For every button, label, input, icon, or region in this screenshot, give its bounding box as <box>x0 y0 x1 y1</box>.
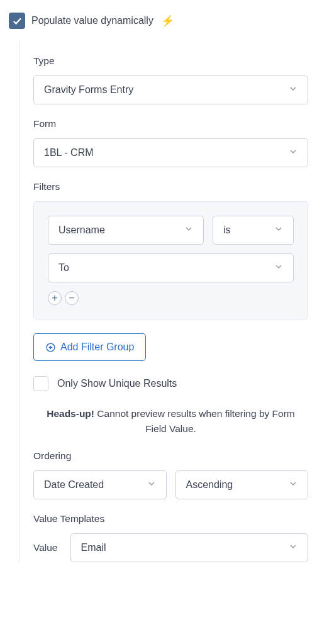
heads-up-text: Cannot preview results when filtering by… <box>94 408 295 434</box>
value-field-label: Value <box>33 542 58 553</box>
heads-up-bold: Heads-up! <box>47 408 94 419</box>
type-select[interactable]: Gravity Forms Entry <box>33 75 308 104</box>
value-select-wrapper: Email <box>70 533 309 562</box>
filters-field-group: Filters Username is <box>33 181 308 436</box>
populate-dynamic-checkbox[interactable] <box>9 13 25 29</box>
form-label: Form <box>33 118 308 130</box>
form-select[interactable]: 1BL - CRM <box>33 138 308 167</box>
filter-row-buttons: + − <box>48 291 294 305</box>
unique-results-row: Only Show Unique Results <box>33 376 308 391</box>
value-select-value: Email <box>81 542 106 553</box>
ordering-direction-wrapper: Ascending <box>175 470 309 499</box>
ordering-field-select[interactable]: Date Created <box>33 470 167 499</box>
filter-value-text: To <box>58 262 69 274</box>
value-templates-label: Value Templates <box>33 513 308 525</box>
ordering-label: Ordering <box>33 450 308 462</box>
remove-filter-row-button[interactable]: − <box>65 291 79 305</box>
populate-dynamic-row: Populate value dynamically ⚡ <box>9 13 308 29</box>
ordering-field-value: Date Created <box>44 479 104 491</box>
type-select-wrapper: Gravity Forms Entry <box>33 75 308 104</box>
unique-results-label: Only Show Unique Results <box>57 378 177 389</box>
ordering-row: Date Created Ascending <box>33 470 308 499</box>
filter-operator-value: is <box>223 225 231 236</box>
add-filter-row-button[interactable]: + <box>48 291 62 305</box>
unique-results-checkbox[interactable] <box>33 376 48 391</box>
filter-value-row: To <box>48 253 294 282</box>
value-row: Value Email <box>33 533 308 562</box>
settings-panel: Type Gravity Forms Entry Form 1BL - CRM … <box>19 42 308 562</box>
populate-dynamic-label: Populate value dynamically <box>31 15 153 26</box>
value-select[interactable]: Email <box>70 533 309 562</box>
ordering-direction-value: Ascending <box>186 479 233 491</box>
filter-operator-select[interactable]: is <box>213 216 294 245</box>
filter-value-wrapper: To <box>48 253 294 282</box>
type-field-group: Type Gravity Forms Entry <box>33 55 308 104</box>
filter-field-wrapper: Username <box>48 216 204 245</box>
filter-field-value: Username <box>58 225 105 236</box>
filter-operator-wrapper: is <box>213 216 294 245</box>
type-label: Type <box>33 55 308 67</box>
value-templates-group: Value Templates Value Email <box>33 513 308 562</box>
filter-condition-row: Username is <box>48 216 294 245</box>
filter-field-select[interactable]: Username <box>48 216 204 245</box>
plus-circle-icon <box>45 342 56 353</box>
ordering-field-wrapper: Date Created <box>33 470 167 499</box>
filter-box: Username is <box>33 201 308 319</box>
form-field-group: Form 1BL - CRM <box>33 118 308 167</box>
ordering-field-group: Ordering Date Created Ascending <box>33 450 308 499</box>
form-select-value: 1BL - CRM <box>44 147 94 158</box>
add-filter-group-label: Add Filter Group <box>60 341 134 353</box>
heads-up-message: Heads-up! Cannot preview results when fi… <box>33 406 308 436</box>
filters-label: Filters <box>33 181 308 192</box>
form-select-wrapper: 1BL - CRM <box>33 138 308 167</box>
filter-value-select[interactable]: To <box>48 253 294 282</box>
check-icon <box>11 15 23 26</box>
add-filter-group-button[interactable]: Add Filter Group <box>33 333 146 361</box>
ordering-direction-select[interactable]: Ascending <box>175 470 309 499</box>
type-select-value: Gravity Forms Entry <box>44 84 133 96</box>
lightning-icon: ⚡ <box>161 14 174 28</box>
